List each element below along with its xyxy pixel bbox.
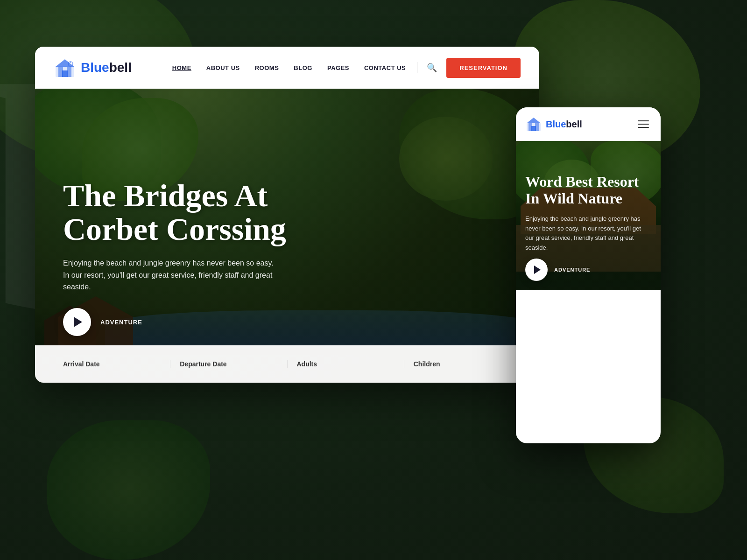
- desktop-navbar: Bluebell HOME ABOUT US ROOMS BLOG PAGES …: [35, 47, 539, 89]
- svg-rect-3: [62, 70, 68, 77]
- mobile-hero-content: Word Best Resort In Wild Nature Enjoying…: [525, 150, 651, 253]
- mobile-logo-dark: bell: [566, 119, 582, 129]
- logo-dark-text: bell: [109, 60, 132, 75]
- adults-field[interactable]: Adults: [288, 360, 404, 368]
- mobile-navbar: Bluebell: [516, 107, 661, 141]
- hero-title: The Bridges At Corbet Corssing: [63, 179, 343, 246]
- arrival-date-field[interactable]: Arrival Date: [54, 360, 170, 368]
- mobile-cta-area: ADVENTURE: [525, 259, 590, 281]
- children-field[interactable]: Children: [404, 360, 521, 368]
- mobile-play-button[interactable]: [525, 259, 548, 281]
- hero-cta-area: ADVENTURE: [63, 308, 343, 336]
- reservation-button[interactable]: RESERVATION: [446, 58, 521, 78]
- hamburger-line-1: [638, 120, 649, 121]
- mobile-logo-blue: Blue: [546, 119, 566, 129]
- mobile-logo-icon: [525, 116, 542, 133]
- mobile-adventure-label: ADVENTURE: [554, 267, 590, 273]
- mobile-play-triangle-icon: [534, 266, 541, 274]
- nav-divider: [417, 62, 417, 73]
- desktop-hero-content: The Bridges At Corbet Corssing Enjoying …: [63, 179, 343, 336]
- desktop-mockup: Bluebell HOME ABOUT US ROOMS BLOG PAGES …: [35, 47, 539, 383]
- booking-bar: Arrival Date Departure Date Adults Child…: [35, 345, 539, 383]
- mobile-logo: Bluebell: [525, 116, 582, 133]
- nav-link-about[interactable]: ABOUT US: [206, 64, 240, 71]
- desktop-logo-text: Bluebell: [81, 60, 132, 75]
- nav-link-rooms[interactable]: ROOMS: [255, 64, 279, 71]
- logo-blue-text: Blue: [81, 60, 109, 75]
- desktop-logo: Bluebell: [54, 56, 132, 79]
- hero-description: Enjoying the beach and jungle greenry ha…: [63, 257, 278, 293]
- mobile-logo-text: Bluebell: [546, 119, 582, 130]
- play-button[interactable]: [63, 308, 91, 336]
- desktop-hero: The Bridges At Corbet Corssing Enjoying …: [35, 89, 539, 383]
- nav-link-blog[interactable]: BLOG: [294, 64, 312, 71]
- logo-icon: [54, 56, 76, 79]
- search-icon[interactable]: 🔍: [427, 63, 437, 73]
- mobile-mockup: Bluebell Word Best Resort In Wild Nature…: [516, 107, 661, 443]
- nav-link-pages[interactable]: PAGES: [327, 64, 349, 71]
- mobile-hero-title: Word Best Resort In Wild Nature: [525, 174, 651, 206]
- svg-rect-9: [531, 126, 536, 131]
- hamburger-line-3: [638, 127, 649, 128]
- hamburger-line-2: [638, 124, 649, 125]
- mobile-hero-description: Enjoying the beach and jungle greenry ha…: [525, 214, 651, 253]
- adventure-label: ADVENTURE: [100, 319, 142, 326]
- nav-link-home[interactable]: HOME: [172, 64, 191, 71]
- desktop-nav-links: HOME ABOUT US ROOMS BLOG PAGES CONTACT U…: [172, 64, 406, 71]
- mobile-hero: Word Best Resort In Wild Nature Enjoying…: [516, 141, 661, 290]
- departure-date-field[interactable]: Departure Date: [170, 360, 287, 368]
- hamburger-menu[interactable]: [635, 118, 651, 130]
- play-triangle-icon: [74, 317, 82, 327]
- nav-link-contact[interactable]: CONTACT US: [364, 64, 406, 71]
